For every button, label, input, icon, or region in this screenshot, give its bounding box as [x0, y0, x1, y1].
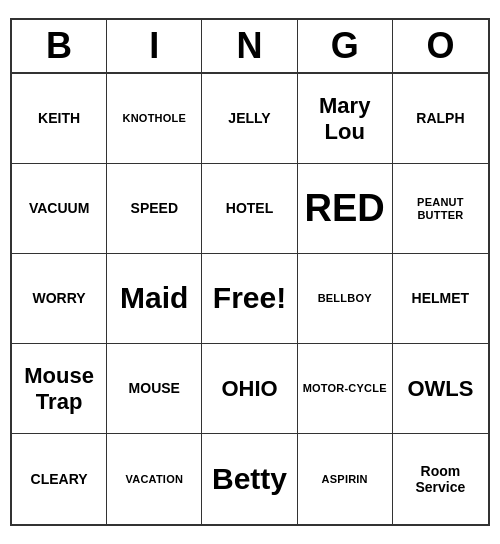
bingo-cell: Betty — [202, 434, 297, 524]
bingo-cell: RED — [298, 164, 393, 254]
bingo-header: BINGO — [12, 20, 488, 74]
bingo-cell: Mouse Trap — [12, 344, 107, 434]
bingo-header-letter: I — [107, 20, 202, 72]
bingo-grid: KEITHKNOTHOLEJELLYMary LouRALPHVACUUMSPE… — [12, 74, 488, 524]
bingo-header-letter: B — [12, 20, 107, 72]
bingo-cell: JELLY — [202, 74, 297, 164]
cell-text: HOTEL — [226, 200, 273, 216]
bingo-cell: CLEARY — [12, 434, 107, 524]
bingo-cell: VACUUM — [12, 164, 107, 254]
cell-text: JELLY — [228, 110, 270, 126]
cell-text: Free! — [213, 281, 286, 316]
cell-text: Room Service — [397, 463, 484, 495]
bingo-cell: HOTEL — [202, 164, 297, 254]
bingo-header-letter: O — [393, 20, 488, 72]
bingo-cell: KEITH — [12, 74, 107, 164]
bingo-cell: VACATION — [107, 434, 202, 524]
cell-text: Mouse Trap — [16, 363, 102, 414]
cell-text: KNOTHOLE — [123, 112, 186, 125]
cell-text: RED — [305, 187, 385, 231]
cell-text: WORRY — [33, 290, 86, 306]
cell-text: HELMET — [412, 290, 470, 306]
bingo-header-letter: G — [298, 20, 393, 72]
cell-text: Maid — [120, 281, 188, 316]
bingo-cell: KNOTHOLE — [107, 74, 202, 164]
bingo-cell: HELMET — [393, 254, 488, 344]
bingo-cell: MOTOR-CYCLE — [298, 344, 393, 434]
cell-text: VACUUM — [29, 200, 89, 216]
cell-text: MOTOR-CYCLE — [303, 382, 387, 395]
bingo-cell: WORRY — [12, 254, 107, 344]
bingo-cell: MOUSE — [107, 344, 202, 434]
cell-text: PEANUT BUTTER — [397, 196, 484, 221]
bingo-cell: ASPIRIN — [298, 434, 393, 524]
cell-text: VACATION — [126, 473, 184, 486]
bingo-cell: Mary Lou — [298, 74, 393, 164]
cell-text: Betty — [212, 462, 287, 497]
bingo-header-letter: N — [202, 20, 297, 72]
bingo-cell: BELLBOY — [298, 254, 393, 344]
bingo-cell: Maid — [107, 254, 202, 344]
bingo-cell: OHIO — [202, 344, 297, 434]
bingo-cell: SPEED — [107, 164, 202, 254]
cell-text: CLEARY — [31, 471, 88, 487]
cell-text: RALPH — [416, 110, 464, 126]
cell-text: OWLS — [407, 376, 473, 401]
bingo-card: BINGO KEITHKNOTHOLEJELLYMary LouRALPHVAC… — [10, 18, 490, 526]
cell-text: KEITH — [38, 110, 80, 126]
cell-text: MOUSE — [129, 380, 180, 396]
cell-text: Mary Lou — [302, 93, 388, 144]
bingo-cell: RALPH — [393, 74, 488, 164]
bingo-cell: Free! — [202, 254, 297, 344]
cell-text: SPEED — [131, 200, 178, 216]
cell-text: BELLBOY — [318, 292, 372, 305]
cell-text: OHIO — [221, 376, 277, 401]
bingo-cell: PEANUT BUTTER — [393, 164, 488, 254]
bingo-cell: OWLS — [393, 344, 488, 434]
bingo-cell: Room Service — [393, 434, 488, 524]
cell-text: ASPIRIN — [322, 473, 368, 486]
